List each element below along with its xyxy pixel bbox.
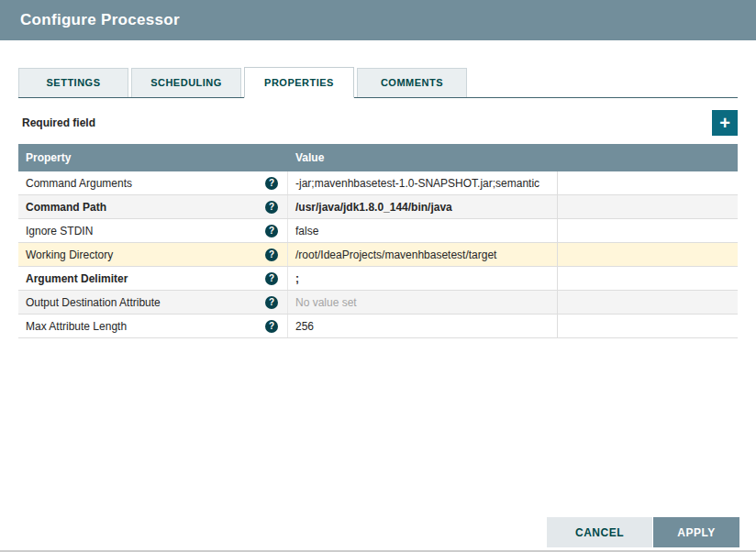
dialog-footer: CANCEL APPLY [547,517,739,547]
tab-properties[interactable]: PROPERTIES [244,67,354,98]
required-field-label: Required field [18,116,95,129]
property-value[interactable]: ; [288,267,558,290]
apply-button[interactable]: APPLY [653,517,739,547]
table-row[interactable]: Argument Delimiter ? ; [18,267,738,291]
properties-table: Property Value Command Arguments ? -jar;… [18,144,738,338]
property-value[interactable]: /usr/java/jdk1.8.0_144/bin/java [288,195,558,218]
row-spacer [558,315,738,337]
cancel-button[interactable]: CANCEL [547,517,652,547]
plus-icon: + [719,114,730,132]
property-name: Output Destination Attribute [26,296,161,309]
property-name: Max Attribute Length [26,320,127,333]
row-spacer [558,267,738,290]
help-icon[interactable]: ? [265,225,278,237]
table-row[interactable]: Command Arguments ? -jar;mavenhbasetest-… [18,171,738,195]
row-spacer [558,219,738,242]
row-spacer [558,171,738,194]
column-header-value: Value [288,151,558,164]
dialog-title: Configure Processor [20,11,180,29]
row-spacer [558,291,738,314]
property-value[interactable]: -jar;mavenhbasetest-1.0-SNAPSHOT.jar;sem… [288,171,558,194]
table-row[interactable]: Working Directory ? /root/IdeaProjects/m… [18,243,738,267]
property-value[interactable]: 256 [288,315,558,337]
tab-settings[interactable]: SETTINGS [18,68,128,97]
tab-bar: SETTINGS SCHEDULING PROPERTIES COMMENTS [18,68,738,98]
table-header-row: Property Value [18,144,738,171]
dialog-header: Configure Processor [0,0,756,40]
property-value[interactable]: false [288,219,558,242]
configure-processor-dialog: Configure Processor SETTINGS SCHEDULING … [0,0,756,552]
table-row[interactable]: Command Path ? /usr/java/jdk1.8.0_144/bi… [18,195,738,219]
properties-toolbar: Required field + [18,109,738,137]
property-name: Working Directory [26,248,113,261]
property-value[interactable]: No value set [288,291,558,314]
column-header-property: Property [18,151,288,164]
property-name: Ignore STDIN [26,225,93,237]
row-spacer [558,243,738,266]
add-property-button[interactable]: + [712,110,738,136]
help-icon[interactable]: ? [265,296,278,309]
property-value[interactable]: /root/IdeaProjects/mavenhbasetest/target [288,243,558,266]
property-name: Command Arguments [26,177,132,190]
row-spacer [558,195,738,218]
help-icon[interactable]: ? [265,320,278,333]
help-icon[interactable]: ? [265,248,278,261]
property-name: Argument Delimiter [26,272,128,285]
help-icon[interactable]: ? [265,177,278,190]
table-row[interactable]: Ignore STDIN ? false [18,219,738,243]
help-icon[interactable]: ? [265,272,278,285]
help-icon[interactable]: ? [265,201,278,214]
table-row[interactable]: Max Attribute Length ? 256 [18,315,738,338]
tab-scheduling[interactable]: SCHEDULING [131,68,241,97]
tab-comments[interactable]: COMMENTS [357,68,467,97]
table-row[interactable]: Output Destination Attribute ? No value … [18,291,738,315]
property-name: Command Path [26,201,106,214]
